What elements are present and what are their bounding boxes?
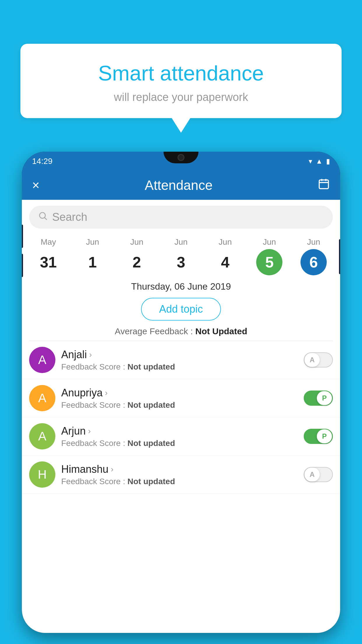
speech-bubble-subtitle: will replace your paperwork: [35, 91, 327, 104]
cal-date-number: 1: [80, 249, 106, 275]
chevron-icon: ›: [111, 465, 113, 474]
chevron-icon: ›: [89, 350, 92, 359]
cal-date-number: 3: [168, 249, 194, 275]
attendance-toggle-1[interactable]: P: [304, 391, 333, 406]
volume-down-button: [22, 254, 23, 277]
student-feedback-0: Feedback Score : Not updated: [61, 362, 298, 372]
search-icon: [38, 211, 48, 223]
app-content: Search May31Jun1Jun2Jun3Jun4Jun5Jun6 Thu…: [22, 200, 340, 633]
student-info-3: Himanshu ›Feedback Score : Not updated: [61, 463, 298, 486]
cal-month-label: Jun: [263, 237, 276, 247]
student-info-0: Anjali ›Feedback Score : Not updated: [61, 349, 298, 372]
status-time: 14:29: [32, 157, 52, 166]
student-name-3: Himanshu ›: [61, 463, 298, 475]
add-topic-button[interactable]: Add topic: [141, 298, 221, 321]
student-name-1: Anupriya ›: [61, 387, 298, 399]
calendar-day-5[interactable]: Jun5: [256, 237, 282, 275]
student-list: AAnjali ›Feedback Score : Not updatedAAA…: [22, 341, 340, 494]
calendar-icon[interactable]: [318, 178, 330, 193]
svg-line-5: [45, 218, 46, 219]
status-icons: ▾ ▲ ▮: [309, 157, 330, 165]
calendar-day-0[interactable]: May31: [35, 237, 61, 275]
page-title: Attendance: [145, 177, 212, 193]
calendar-day-3[interactable]: Jun3: [168, 237, 194, 275]
calendar-day-2[interactable]: Jun2: [124, 237, 150, 275]
power-button: [339, 239, 340, 274]
speech-bubble-container: Smart attendance will replace your paper…: [20, 44, 342, 118]
search-input-placeholder: Search: [52, 211, 87, 223]
chevron-icon: ›: [88, 426, 91, 436]
student-avatar-1: A: [29, 385, 55, 411]
cal-date-number: 4: [212, 249, 238, 275]
battery-icon: ▮: [326, 157, 330, 165]
signal-icon: ▲: [316, 157, 323, 165]
student-item-1[interactable]: AAnupriya ›Feedback Score : Not updatedP: [22, 379, 340, 417]
student-avatar-0: A: [29, 347, 55, 373]
student-feedback-1: Feedback Score : Not updated: [61, 400, 298, 410]
app-header: × Attendance: [22, 171, 340, 200]
chevron-icon: ›: [105, 388, 108, 398]
avg-feedback: Average Feedback : Not Updated: [22, 323, 340, 341]
svg-rect-0: [319, 180, 328, 189]
student-feedback-3: Feedback Score : Not updated: [61, 477, 298, 486]
close-button[interactable]: ×: [32, 178, 40, 192]
search-bar[interactable]: Search: [29, 206, 333, 229]
avg-feedback-prefix: Average Feedback :: [115, 326, 195, 336]
cal-month-label: Jun: [307, 237, 320, 247]
speech-bubble-title: Smart attendance: [35, 61, 327, 85]
calendar-day-1[interactable]: Jun1: [80, 237, 106, 275]
cal-month-label: May: [41, 237, 56, 247]
speech-bubble: Smart attendance will replace your paper…: [20, 44, 342, 118]
cal-month-label: Jun: [174, 237, 187, 247]
calendar-day-6[interactable]: Jun6: [301, 237, 327, 275]
attendance-toggle-0[interactable]: A: [304, 352, 333, 368]
attendance-toggle-2[interactable]: P: [304, 429, 333, 444]
selected-date-label: Thursday, 06 June 2019: [22, 277, 340, 295]
cal-month-label: Jun: [219, 237, 232, 247]
student-info-1: Anupriya ›Feedback Score : Not updated: [61, 387, 298, 410]
phone-camera: [178, 154, 184, 161]
cal-month-label: Jun: [86, 237, 99, 247]
student-item-3[interactable]: HHimanshu ›Feedback Score : Not updatedA: [22, 456, 340, 494]
volume-up-button: [22, 225, 23, 248]
student-feedback-2: Feedback Score : Not updated: [61, 439, 298, 448]
cal-month-label: Jun: [130, 237, 143, 247]
wifi-icon: ▾: [309, 157, 312, 165]
student-item-2[interactable]: AArjun ›Feedback Score : Not updatedP: [22, 417, 340, 456]
cal-date-number: 6: [301, 249, 327, 275]
calendar-day-4[interactable]: Jun4: [212, 237, 238, 275]
student-info-2: Arjun ›Feedback Score : Not updated: [61, 425, 298, 448]
phone-container: 14:29 ▾ ▲ ▮ × Attendance: [22, 152, 340, 644]
cal-date-number: 2: [124, 249, 150, 275]
phone-device: 14:29 ▾ ▲ ▮ × Attendance: [22, 152, 340, 633]
student-item-0[interactable]: AAnjali ›Feedback Score : Not updatedA: [22, 341, 340, 379]
student-avatar-3: H: [29, 461, 55, 488]
student-name-0: Anjali ›: [61, 349, 298, 361]
student-name-2: Arjun ›: [61, 425, 298, 437]
avg-feedback-value: Not Updated: [195, 326, 247, 336]
cal-date-number: 5: [256, 249, 282, 275]
student-avatar-2: A: [29, 423, 55, 449]
attendance-toggle-3[interactable]: A: [304, 467, 333, 482]
cal-date-number: 31: [35, 249, 61, 275]
calendar-strip: May31Jun1Jun2Jun3Jun4Jun5Jun6: [22, 232, 340, 277]
